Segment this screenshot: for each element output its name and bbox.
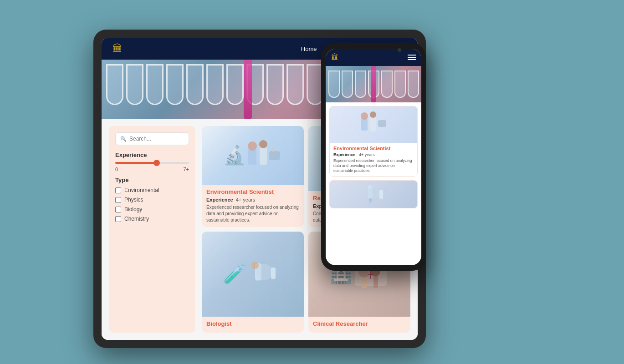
checkbox-env-label: Environmental — [124, 187, 159, 193]
card3-body: Biologist — [202, 317, 304, 333]
experience-label: Experience — [115, 152, 189, 158]
phone-camera — [398, 48, 401, 52]
phone-content: Environmental Scientist Experience 4+ ye… — [326, 102, 421, 265]
phone-screen: 🏛 — [326, 49, 421, 265]
search-input[interactable] — [129, 136, 184, 142]
card-environmental-scientist[interactable]: Environmental Scientist Experience 4+ ye… — [202, 126, 304, 227]
phone-card-clinical[interactable] — [329, 180, 418, 208]
card4-title: Clinical Researcher — [313, 320, 406, 327]
search-box[interactable]: 🔍 — [115, 132, 189, 145]
svg-rect-14 — [271, 268, 276, 279]
search-icon: 🔍 — [120, 136, 127, 142]
type-label: Type — [115, 177, 189, 183]
checkbox-chem-box[interactable] — [115, 216, 121, 222]
phone-pink-stripe — [371, 66, 376, 102]
svg-point-1 — [248, 142, 257, 151]
svg-point-3 — [259, 140, 267, 148]
sidebar: 🔍 Experience 0 7+ Type — [109, 126, 195, 333]
phone-card1-exp-val: 4+ years — [359, 152, 375, 157]
svg-point-15 — [251, 262, 259, 269]
phone-card1-body: Environmental Scientist Experience 4+ ye… — [330, 143, 417, 176]
nav-item-home[interactable]: Home — [301, 45, 317, 53]
card1-exp-value: 4+ years — [236, 197, 256, 202]
card1-image — [202, 126, 304, 185]
hamburger-menu[interactable] — [408, 55, 416, 60]
card4-body: Clinical Researcher — [308, 317, 410, 333]
svg-rect-25 — [370, 116, 376, 131]
checkbox-bio-box[interactable] — [115, 207, 121, 212]
checkbox-physics[interactable]: Physics — [115, 197, 189, 203]
phone-hero — [326, 66, 421, 102]
range-max: 7+ — [183, 167, 189, 172]
svg-point-5 — [271, 147, 276, 152]
phone-card-environmental[interactable]: Environmental Scientist Experience 4+ ye… — [329, 106, 418, 177]
card1-exp-row: Experience 4+ years — [206, 197, 299, 202]
range-labels: 0 7+ — [115, 167, 189, 172]
svg-rect-12 — [256, 280, 260, 286]
phone-logo: 🏛 — [331, 53, 338, 61]
checkbox-phys-box[interactable] — [115, 197, 121, 203]
phone-card1-img — [330, 106, 417, 143]
svg-rect-31 — [379, 190, 383, 199]
svg-point-30 — [368, 187, 380, 199]
page-scene: 🏛 Home About Us Plans Co... — [93, 11, 531, 353]
svg-rect-4 — [269, 151, 280, 160]
phone-card1-desc: Experienced researcher focused on analyz… — [333, 158, 414, 173]
svg-rect-0 — [248, 149, 256, 165]
phone-card2-img — [330, 181, 417, 208]
card1-exp-label: Experience — [206, 197, 233, 202]
phone-nav: 🏛 — [326, 49, 421, 66]
checkbox-chemistry[interactable]: Chemistry — [115, 216, 189, 222]
checkbox-biology[interactable]: Biology — [115, 206, 189, 212]
card1-title: Environmental Scientist — [206, 188, 299, 195]
svg-rect-20 — [373, 276, 378, 288]
checkbox-env-box[interactable] — [115, 187, 121, 193]
experience-range[interactable] — [115, 162, 189, 164]
card1-body: Environmental Scientist Experience 4+ ye… — [202, 185, 304, 227]
card-biologist[interactable]: Biologist — [202, 232, 304, 333]
tablet-logo: 🏛 — [113, 43, 123, 55]
checkbox-phys-label: Physics — [124, 197, 143, 203]
svg-rect-23 — [361, 118, 368, 131]
svg-point-26 — [370, 111, 376, 118]
checkbox-chem-label: Chemistry — [124, 216, 149, 222]
svg-point-24 — [361, 112, 368, 120]
checkbox-environmental[interactable]: Environmental — [115, 187, 189, 193]
svg-rect-27 — [378, 120, 386, 127]
checkbox-bio-label: Biology — [124, 206, 142, 212]
svg-rect-18 — [362, 277, 367, 288]
card3-title: Biologist — [206, 320, 299, 327]
range-min: 0 — [115, 167, 118, 172]
svg-rect-2 — [260, 147, 267, 165]
phone-card1-exp-label: Experience — [333, 152, 355, 157]
card1-desc: Experienced researcher focused on analyz… — [206, 204, 299, 223]
phone-frame: 🏛 — [321, 43, 426, 271]
phone-card1-title: Environmental Scientist — [333, 146, 414, 151]
card3-image — [202, 232, 304, 317]
phone-card1-exp-row: Experience 4+ years — [333, 152, 414, 157]
